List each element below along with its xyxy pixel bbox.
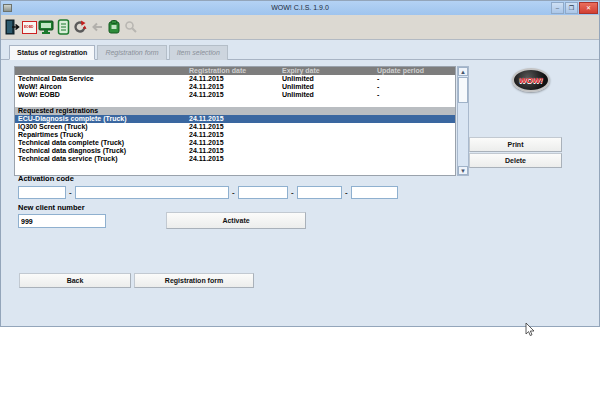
eobd-label: EOBD (24, 25, 34, 28)
cell-registration-date: 24.11.2015 (187, 131, 280, 139)
activation-separator: - (232, 188, 235, 197)
cell-registration-date: 24.11.2015 (187, 123, 280, 131)
table-header-row: Registration date Expiry date Update per… (15, 67, 455, 75)
cell-registration-date: 24.11.2015 (187, 91, 280, 99)
tab-registration-form[interactable]: Registration form (97, 45, 166, 60)
cell-name: Technical data diagnosis (Truck) (15, 147, 187, 155)
section-header-row: Requested registrations (15, 107, 455, 115)
search-icon (123, 19, 139, 36)
wow-logo-text: WOW! (519, 76, 543, 85)
cell-update-period: - (367, 91, 455, 99)
exit-icon[interactable] (4, 19, 20, 36)
minimize-button[interactable]: – (551, 2, 564, 14)
table-row-selected[interactable]: ECU-Diagnosis complete (Truck) 24.11.201… (15, 115, 455, 123)
cell-expiry-date: Unlimited (280, 91, 367, 99)
tab-bar: Status of registration Registration form… (9, 45, 228, 60)
table-row[interactable]: Repairtimes (Truck) 24.11.2015 (15, 131, 455, 139)
registrations-table: Registration date Expiry date Update per… (14, 66, 456, 176)
cell-name: WoW! Aircon (15, 83, 187, 91)
cell-name: Technical data complete (Truck) (15, 139, 187, 147)
cell-expiry-date: Unlimited (280, 75, 367, 83)
activation-code-field-5[interactable] (351, 186, 398, 199)
activation-code-label: Activation code (18, 174, 74, 183)
registration-form-button[interactable]: Registration form (134, 273, 254, 288)
toolbar: EOBD (1, 15, 599, 40)
activation-code-field-2[interactable] (75, 186, 229, 199)
activation-code-field-1[interactable] (18, 186, 66, 199)
app-window: WOW! C.I.S. 1.9.0 – ❐ ✕ EOBD (0, 0, 600, 327)
cell-registration-date: 24.11.2015 (187, 115, 280, 123)
title-bar[interactable]: WOW! C.I.S. 1.9.0 – ❐ ✕ (1, 1, 599, 15)
cell-registration-date: 24.11.2015 (187, 147, 280, 155)
table-row[interactable]: WoW! Aircon 24.11.2015 Unlimited - (15, 83, 455, 91)
mouse-cursor (525, 323, 535, 337)
table-row[interactable]: WoW! EOBD 24.11.2015 Unlimited - (15, 91, 455, 99)
table-scrollbar[interactable]: ▲ ▼ (457, 66, 469, 176)
cell-update-period: - (367, 75, 455, 83)
refresh-icon[interactable] (72, 19, 88, 36)
col-expiry-date: Expiry date (280, 67, 367, 75)
col-update-period: Update period (367, 67, 455, 75)
section-header-label: Requested registrations (15, 107, 187, 115)
activation-separator: - (345, 188, 348, 197)
cell-registration-date: 24.11.2015 (187, 139, 280, 147)
back-button[interactable]: Back (19, 273, 131, 288)
tab-item-selection[interactable]: Item selection (169, 45, 228, 60)
cell-registration-date: 24.11.2015 (187, 155, 280, 163)
cell-name: IQ300 Screen (Truck) (15, 123, 187, 131)
new-client-number-input[interactable] (18, 214, 106, 228)
table-row[interactable]: Technical data complete (Truck) 24.11.20… (15, 139, 455, 147)
window-controls: – ❐ ✕ (550, 2, 598, 14)
table-row[interactable]: Technical data diagnosis (Truck) 24.11.2… (15, 147, 455, 155)
activate-button[interactable]: Activate (166, 212, 306, 229)
cell-expiry-date: Unlimited (280, 83, 367, 91)
col-registration-date: Registration date (187, 67, 280, 75)
new-client-number-label: New client number (18, 203, 85, 212)
wow-logo: WOW! (512, 68, 550, 92)
print-button[interactable]: Print (469, 137, 562, 152)
tab-status-of-registration[interactable]: Status of registration (9, 45, 95, 60)
screenshot-stage: WOW! C.I.S. 1.9.0 – ❐ ✕ EOBD (0, 0, 600, 403)
cell-update-period: - (367, 83, 455, 91)
table-row[interactable]: Technical data service (Truck) 24.11.201… (15, 155, 455, 163)
activation-code-field-4[interactable] (297, 186, 342, 199)
activation-code-field-3[interactable] (238, 186, 288, 199)
cell-registration-date: 24.11.2015 (187, 75, 280, 83)
activation-separator: - (291, 188, 294, 197)
table-row[interactable]: IQ300 Screen (Truck) 24.11.2015 (15, 123, 455, 131)
maximize-button[interactable]: ❐ (565, 2, 578, 14)
cell-registration-date: 24.11.2015 (187, 83, 280, 91)
activation-separator: - (69, 188, 72, 197)
close-button[interactable]: ✕ (579, 2, 598, 14)
cell-name: Repairtimes (Truck) (15, 131, 187, 139)
cell-name: WoW! EOBD (15, 91, 187, 99)
back-arrow-icon (89, 19, 105, 36)
cell-name: Technical data service (Truck) (15, 155, 187, 163)
cell-name: Technical Data Service (15, 75, 187, 83)
scrollbar-up-arrow[interactable]: ▲ (458, 67, 468, 76)
scrollbar-thumb[interactable] (458, 77, 468, 103)
window-title: WOW! C.I.S. 1.9.0 (1, 1, 599, 15)
eobd-icon[interactable]: EOBD (21, 19, 37, 36)
col-name (15, 67, 187, 75)
cell-name: ECU-Diagnosis complete (Truck) (15, 115, 187, 123)
package-icon[interactable] (106, 19, 122, 36)
monitor-icon[interactable] (38, 19, 54, 36)
delete-button[interactable]: Delete (469, 153, 562, 168)
scrollbar-down-arrow[interactable]: ▼ (458, 166, 468, 175)
table-row[interactable]: Technical Data Service 24.11.2015 Unlimi… (15, 75, 455, 83)
document-icon[interactable] (55, 19, 71, 36)
table-row-empty (15, 99, 455, 107)
